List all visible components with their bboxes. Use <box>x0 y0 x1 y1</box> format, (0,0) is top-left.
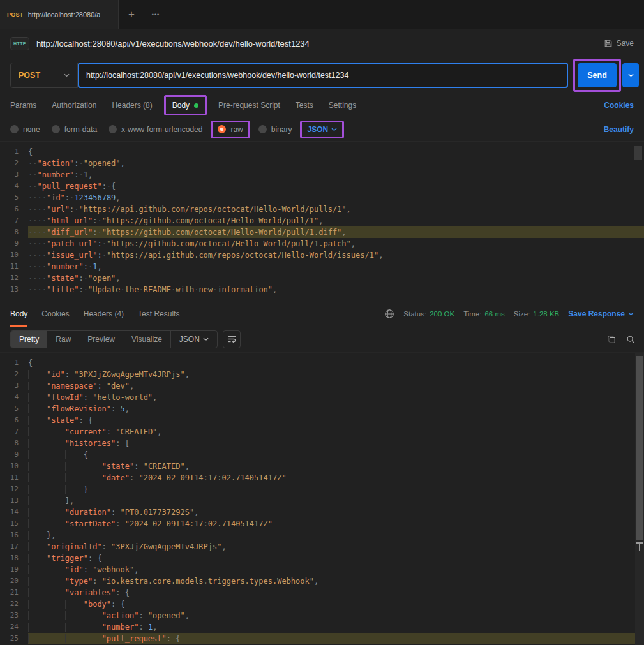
radio-binary-icon[interactable] <box>258 125 267 133</box>
line-number: 1 <box>0 146 28 158</box>
cookies-link[interactable]: Cookies <box>604 101 634 110</box>
code-text: "body": { <box>28 598 644 610</box>
tab-tests[interactable]: Tests <box>296 101 313 110</box>
code-text: "state": "CREATED", <box>28 461 644 472</box>
code-line[interactable]: 25 "pull_request": { <box>0 633 644 644</box>
send-button[interactable]: Send <box>578 63 617 87</box>
body-language-select[interactable]: JSON <box>307 125 337 134</box>
code-line[interactable]: 14 "duration": "PT0.017737292S", <box>0 507 644 518</box>
save-button[interactable]: Save <box>604 39 634 48</box>
send-options-button[interactable] <box>622 63 639 87</box>
copy-button[interactable] <box>607 335 616 344</box>
code-line[interactable]: 20 "type": "io.kestra.core.models.trigge… <box>0 575 644 587</box>
radio-form-data-icon[interactable] <box>52 125 60 133</box>
code-line[interactable]: 23 "action": "opened", <box>0 610 644 621</box>
code-line[interactable]: 1{ <box>0 357 644 369</box>
code-line[interactable]: 5····"id":·123456789, <box>0 192 644 204</box>
search-button[interactable] <box>626 335 635 344</box>
network-globe-icon[interactable] <box>384 309 394 319</box>
tab-headers[interactable]: Headers (8) <box>112 101 152 110</box>
plus-icon[interactable]: + <box>119 0 144 29</box>
code-text: ··"action":·"opened", <box>28 158 644 169</box>
code-line[interactable]: 5 "flowRevision": 5, <box>0 403 644 415</box>
code-line[interactable]: 9····"patch_url":·"https://github.com/oc… <box>0 238 644 249</box>
code-line[interactable]: 12 } <box>0 484 644 495</box>
code-line[interactable]: 8····"diff_url":·"https://github.com/oct… <box>0 226 644 238</box>
code-line[interactable]: 3 "namespace": "dev", <box>0 380 644 392</box>
code-line[interactable]: 10 "state": "CREATED", <box>0 461 644 472</box>
tab-authorization[interactable]: Authorization <box>52 101 96 110</box>
response-scrollbar-thumb[interactable] <box>636 356 643 540</box>
line-number: 3 <box>0 380 28 392</box>
tab-params[interactable]: Params <box>10 101 36 110</box>
code-line[interactable]: 16 }, <box>0 530 644 541</box>
code-line[interactable]: 22 "body": { <box>0 598 644 610</box>
view-tab-preview[interactable]: Preview <box>79 331 123 348</box>
code-line[interactable]: 10····"issue_url":·"https://api.github.c… <box>0 249 644 261</box>
code-line[interactable]: 6····"url":·"https://api.github.com/repo… <box>0 204 644 215</box>
mode-raw[interactable]: raw <box>218 125 243 134</box>
request-code: 1{2··"action":·"opened",3··"number":·1,4… <box>0 142 644 295</box>
response-tab-body[interactable]: Body <box>10 300 27 327</box>
radio-raw-selected-icon[interactable] <box>218 125 226 133</box>
save-response-button[interactable]: Save Response <box>568 309 634 318</box>
code-line[interactable]: 11····"number":·1, <box>0 261 644 272</box>
code-line[interactable]: 2 "id": "3PXJjZGwqAgpeMTv4JRPjs", <box>0 369 644 380</box>
response-scrollbar-track[interactable] <box>635 353 644 645</box>
code-line[interactable]: 4 "flowId": "hello-world", <box>0 392 644 403</box>
response-tab-cookies[interactable]: Cookies <box>41 300 69 327</box>
code-line[interactable]: 18 "trigger": { <box>0 552 644 564</box>
code-line[interactable]: 19 "id": "webhook", <box>0 564 644 575</box>
response-body-editor[interactable]: 1{2 "id": "3PXJjZGwqAgpeMTv4JRPjs",3 "na… <box>0 352 644 645</box>
size-badge[interactable]: 1.28 KB <box>533 310 559 318</box>
code-line[interactable]: 1{ <box>0 146 644 158</box>
tab-method-label: POST <box>7 11 24 18</box>
response-tab-test-results[interactable]: Test Results <box>138 300 179 327</box>
code-line[interactable]: 24 "number": 1, <box>0 621 644 633</box>
time-badge[interactable]: 66 ms <box>484 310 504 318</box>
request-body-editor[interactable]: 1{2··"action":·"opened",3··"number":·1,4… <box>0 142 644 300</box>
code-line[interactable]: 17 "originalId": "3PXJjZGwqAgpeMTv4JRPjs… <box>0 541 644 552</box>
response-tab-headers[interactable]: Headers (4) <box>84 300 124 327</box>
method-select[interactable]: POST <box>10 63 78 88</box>
code-line[interactable]: 7 "current": "CREATED", <box>0 426 644 438</box>
view-tab-raw[interactable]: Raw <box>47 331 79 348</box>
radio-none-icon[interactable] <box>10 125 19 133</box>
code-line[interactable]: 2··"action":·"opened", <box>0 158 644 169</box>
request-tab[interactable]: POST http://localhost:28080/a <box>0 0 119 29</box>
url-input[interactable] <box>78 63 568 88</box>
line-number: 8 <box>0 226 28 238</box>
code-line[interactable]: 12····"state":·"open", <box>0 272 644 284</box>
beautify-link[interactable]: Beautify <box>604 125 634 134</box>
code-line[interactable]: 7····"html_url":·"https://github.com/oct… <box>0 215 644 226</box>
response-language-select[interactable]: JSON <box>170 331 217 348</box>
request-editor-scrollbar[interactable] <box>634 146 642 160</box>
code-line[interactable]: 13 ], <box>0 495 644 507</box>
code-line[interactable]: 15 "startDate": "2024-02-09T14:17:02.714… <box>0 518 644 530</box>
tab-pre-request-script[interactable]: Pre-request Script <box>218 101 280 110</box>
mode-binary[interactable]: binary <box>258 125 292 134</box>
radio-urlencoded-icon[interactable] <box>109 125 117 133</box>
code-line[interactable]: 11 "date": "2024-02-09T14:17:02.71405141… <box>0 472 644 484</box>
code-line[interactable]: 21 "variables": { <box>0 587 644 598</box>
status-badge[interactable]: 200 OK <box>430 310 454 318</box>
code-line[interactable]: 8 "histories": [ <box>0 438 644 449</box>
tab-settings[interactable]: Settings <box>329 101 356 110</box>
tab-body[interactable]: Body <box>172 101 198 110</box>
wrap-text-button[interactable] <box>223 330 241 348</box>
code-line[interactable]: 6 "state": { <box>0 415 644 426</box>
save-label: Save <box>617 39 634 48</box>
code-line[interactable]: 9 { <box>0 449 644 461</box>
chevron-down-icon <box>628 312 634 316</box>
mode-form-data[interactable]: form-data <box>52 125 97 134</box>
more-options-icon[interactable]: ••• <box>144 0 167 29</box>
mode-none[interactable]: none <box>10 125 40 134</box>
view-tab-pretty[interactable]: Pretty <box>11 331 47 348</box>
tab-strip: POST http://localhost:28080/a + ••• <box>0 0 644 29</box>
code-line[interactable]: 3··"number":·1, <box>0 169 644 181</box>
view-tab-visualize[interactable]: Visualize <box>123 331 170 348</box>
code-line[interactable]: 4··"pull_request":·{ <box>0 181 644 192</box>
body-tab-annotation-box: Body <box>164 95 207 115</box>
mode-x-www-form-urlencoded[interactable]: x-www-form-urlencoded <box>109 125 202 134</box>
code-line[interactable]: 13····"title":·"Update·the·README·with·n… <box>0 284 644 295</box>
